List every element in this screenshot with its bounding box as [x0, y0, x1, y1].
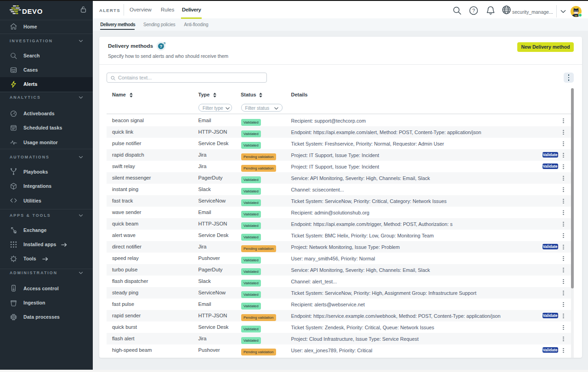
- svg-text:?: ?: [472, 8, 475, 13]
